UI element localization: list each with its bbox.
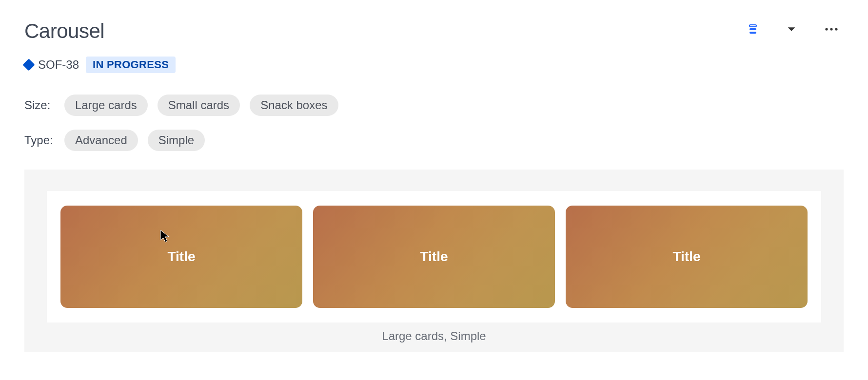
carousel-card[interactable]: Title	[60, 206, 302, 308]
status-badge[interactable]: IN PROGRESS	[86, 57, 176, 73]
issue-type-icon	[22, 58, 35, 71]
stack-icon[interactable]	[747, 23, 759, 35]
issue-key-text: SOF-38	[38, 58, 79, 72]
more-icon[interactable]	[824, 23, 839, 35]
size-option-large-cards[interactable]: Large cards	[64, 95, 148, 116]
card-title: Title	[167, 249, 195, 265]
type-option-advanced[interactable]: Advanced	[64, 130, 138, 151]
svg-point-5	[835, 28, 837, 30]
svg-rect-0	[750, 25, 756, 27]
carousel-card[interactable]: Title	[566, 206, 808, 308]
type-label: Type:	[24, 133, 55, 147]
svg-rect-2	[750, 32, 756, 34]
card-title: Title	[672, 249, 700, 265]
preview-caption: Large cards, Simple	[47, 329, 821, 343]
caret-down-icon[interactable]	[786, 24, 797, 35]
svg-rect-1	[750, 28, 756, 30]
carousel-card[interactable]: Title	[313, 206, 555, 308]
page-title: Carousel	[24, 19, 104, 43]
type-option-simple[interactable]: Simple	[148, 130, 205, 151]
svg-point-3	[825, 28, 828, 30]
size-option-snack-boxes[interactable]: Snack boxes	[250, 95, 338, 116]
issue-key[interactable]: SOF-38	[24, 58, 79, 72]
size-label: Size:	[24, 98, 55, 112]
svg-point-4	[830, 28, 832, 30]
preview-area: Title Title Title Large cards, Simple	[24, 170, 844, 352]
carousel-preview: Title Title Title	[47, 191, 821, 323]
size-option-small-cards[interactable]: Small cards	[158, 95, 240, 116]
header-actions	[747, 19, 844, 35]
card-title: Title	[420, 249, 448, 265]
